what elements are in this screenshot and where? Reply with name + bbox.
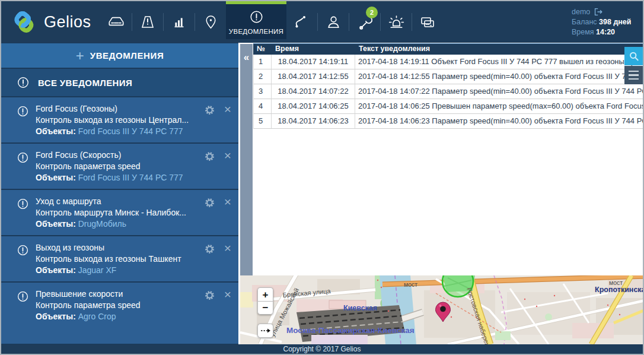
object-link[interactable]: DrugМобиль (78, 219, 126, 229)
cell-num: 2 (253, 69, 272, 84)
rule-desc: Контроль маршрута Минск - Налибок... (36, 207, 203, 218)
nav-road-events-button[interactable] (132, 1, 163, 43)
tab-notifications-active[interactable]: УВЕДОМЛЕНИЯ (226, 1, 286, 39)
alert-circle-icon (248, 9, 264, 25)
balance-label: Баланс (572, 18, 597, 26)
zoom-in-button[interactable]: + (257, 287, 273, 301)
object-link[interactable]: Jaguar XF (78, 265, 117, 275)
nav-tracking-button[interactable] (195, 1, 226, 43)
map-label-station: Москва-Пассажирская-Киевская (286, 326, 415, 335)
cell-text: 2017-04-18 14:06:23 Параметр speed(min=4… (355, 114, 643, 129)
car-icon (106, 12, 126, 32)
objects-label: Объекты: (36, 265, 76, 275)
top-navbar: Gelios (1, 1, 643, 43)
objects-label: Объекты: (36, 173, 76, 182)
location-pin-icon (202, 13, 220, 31)
time-value: 14:20 (596, 28, 615, 36)
brand-name: Gelios (44, 13, 91, 31)
rule-settings-button[interactable] (205, 198, 215, 210)
rule-close-button[interactable]: × (224, 288, 231, 300)
table-row[interactable]: 5 18.04.2017 14:06:23 2017-04-18 14:06:2… (253, 114, 643, 129)
alert-circle-icon (17, 105, 29, 118)
nav-routes-button[interactable] (286, 1, 317, 43)
nav-alarms-button[interactable] (381, 1, 412, 43)
map-label-bridge1: мост (404, 281, 417, 288)
notification-rule-item[interactable]: Превышение скорости Контроль параметра s… (1, 283, 238, 344)
cell-time: 18.04.2017 14:19:11 (272, 55, 355, 69)
nav-drivers-button[interactable] (318, 1, 349, 43)
table-row[interactable]: 4 18.04.2017 14:06:25 2017-04-18 14:06:2… (253, 99, 643, 114)
close-icon: × (224, 195, 231, 208)
logout-icon[interactable] (594, 8, 603, 16)
table-row[interactable]: 3 18.04.2017 14:07:22 2017-04-18 14:07:2… (253, 84, 643, 99)
map-track-button[interactable] (257, 324, 273, 338)
brand[interactable]: Gelios (1, 8, 101, 36)
table-row[interactable]: 1 18.04.2017 14:19:11 2017-04-18 14:19:1… (253, 55, 643, 69)
alert-circle-icon (17, 76, 30, 89)
rule-title: Превышение скорости (36, 289, 203, 300)
rule-settings-button[interactable] (205, 105, 215, 117)
map-panel[interactable]: Брянская улица улица Можайский Киевская … (240, 275, 644, 344)
search-button[interactable] (624, 47, 643, 65)
notification-rule-item[interactable]: Уход с маршрута Контроль маршрута Минск … (1, 190, 238, 235)
notifications-sidebar: + УВЕДОМЛЕНИЯ ВСЕ УВЕДОМЛЕНИЯ Ford Focus… (1, 43, 238, 344)
gear-icon (205, 290, 215, 300)
sidebar-collapse-bar[interactable]: « (240, 44, 253, 275)
notification-rule-item[interactable]: Ford Focus (Геозоны) Контроль выхода из … (1, 97, 238, 142)
col-num: № (253, 44, 272, 55)
object-link[interactable]: Agro Crop (78, 312, 116, 321)
nav-reports-button[interactable] (164, 1, 195, 43)
route-icon (292, 12, 311, 31)
search-icon (628, 50, 640, 62)
nav-vehicles-button[interactable] (101, 1, 132, 43)
table-menu-button[interactable] (624, 66, 643, 84)
gear-icon (205, 244, 215, 254)
rule-title: Ford Focus (Геозоны) (36, 103, 203, 115)
rule-close-button[interactable]: × (224, 195, 231, 208)
close-icon: × (224, 241, 231, 255)
alert-circle-icon (17, 244, 29, 256)
rule-settings-button[interactable] (205, 151, 215, 163)
rule-desc: Контроль параметра speed (36, 300, 203, 311)
col-text: Текст уведомления (355, 44, 643, 55)
map-canvas: Брянская улица улица Можайский Киевская … (240, 275, 644, 344)
rule-desc: Контроль выхода из геозоны Ташкент (36, 253, 203, 265)
col-time: Время (272, 44, 355, 55)
rule-settings-button[interactable] (205, 244, 215, 256)
map-label-kievskaya: Киевская (343, 304, 377, 312)
nav-service-button[interactable]: 2 (349, 1, 380, 43)
cell-time: 18.04.2017 14:07:22 (272, 84, 355, 99)
balance-value: 398 дней (599, 18, 631, 26)
rule-close-button[interactable]: × (224, 149, 231, 161)
table-row[interactable]: 2 18.04.2017 14:12:55 2017-04-18 14:12:5… (253, 69, 643, 84)
objects-label: Объекты: (36, 219, 76, 229)
object-link[interactable]: Ford Focus III У 744 РС 777 (78, 173, 183, 182)
notification-rule-item[interactable]: Выход из геозоны Контроль выхода из геоз… (1, 236, 238, 281)
all-notifications-row[interactable]: ВСЕ УВЕДОМЛЕНИЯ (1, 69, 238, 96)
sidebar-title: УВЕДОМЛЕНИЯ (90, 50, 164, 61)
cell-text: 2017-04-18 14:12:55 Параметр speed(min=4… (355, 69, 643, 84)
rule-close-button[interactable]: × (224, 242, 231, 254)
notification-rule-item[interactable]: Ford Focus (Скорость) Контроль параметра… (1, 144, 238, 189)
cell-time: 18.04.2017 14:12:55 (272, 69, 355, 84)
alert-circle-icon (17, 290, 29, 303)
user-info: demo Баланс 398 дней Время 14:20 (572, 7, 643, 37)
plus-icon: + (76, 50, 84, 62)
username[interactable]: demo (572, 7, 590, 17)
object-link[interactable]: Ford Focus III У 744 РС 777 (78, 126, 183, 136)
rule-close-button[interactable]: × (224, 103, 231, 115)
siren-icon (387, 12, 406, 32)
cell-time: 18.04.2017 14:06:23 (272, 114, 355, 129)
collapse-chevron-icon: « (244, 52, 249, 62)
rule-title: Ford Focus (Скорость) (36, 150, 203, 161)
table-body: 1 18.04.2017 14:19:11 2017-04-18 14:19:1… (253, 55, 643, 129)
cell-text: 2017-04-18 14:19:11 Объект Ford Focus II… (355, 55, 643, 69)
nav-billing-button[interactable] (412, 1, 443, 43)
rule-settings-button[interactable] (205, 290, 215, 302)
zoom-out-button[interactable]: − (257, 301, 273, 315)
app-window: Gelios (0, 0, 644, 355)
add-notification-button[interactable]: + УВЕДОМЛЕНИЯ (1, 43, 238, 68)
alert-circle-icon (17, 151, 29, 164)
gear-icon (205, 198, 215, 208)
cell-num: 4 (253, 99, 272, 114)
